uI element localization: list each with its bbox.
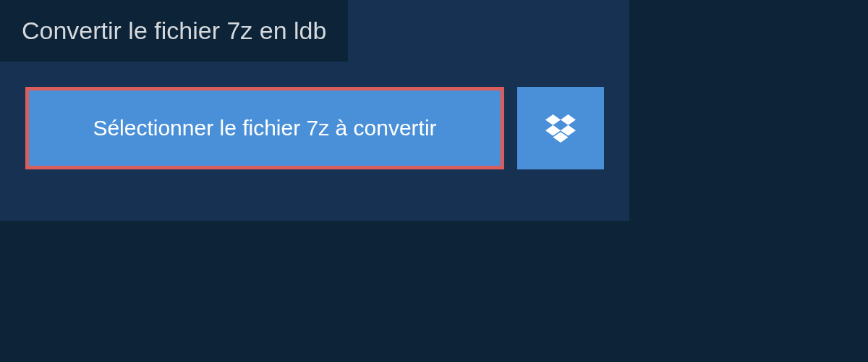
dropbox-button[interactable] bbox=[517, 87, 604, 169]
converter-panel: Convertir le fichier 7z en ldb Sélection… bbox=[0, 0, 629, 221]
button-row: Sélectionner le fichier 7z à convertir bbox=[0, 62, 629, 195]
select-file-label: Sélectionner le fichier 7z à convertir bbox=[93, 116, 436, 140]
page-title: Convertir le fichier 7z en ldb bbox=[0, 0, 348, 62]
select-file-button[interactable]: Sélectionner le fichier 7z à convertir bbox=[25, 87, 504, 169]
dropbox-icon bbox=[545, 113, 576, 143]
